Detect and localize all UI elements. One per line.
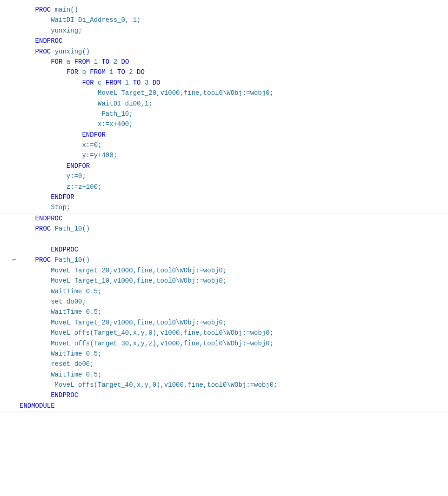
line-content: WaitTime 0.5; [20, 286, 443, 297]
code-line: MoveL Target_10,v1000,fine,tool0\WObj:=w… [0, 276, 448, 286]
line-content: MoveL Target_20,v1000,fine,tool0\WObj:=w… [20, 88, 443, 98]
line-content: MoveL Target_20,v1000,fine,tool0\WObj:=w… [20, 317, 443, 328]
line-content: ENDMODULE [20, 401, 443, 411]
line-content: z:=z+100; [20, 182, 443, 192]
line-content: y:=y+400; [20, 150, 443, 160]
line-content: ENDPROC [20, 390, 443, 400]
code-line: ENDPROC [0, 245, 448, 255]
line-content: WaitDI Di_Address_0, 1; [20, 15, 443, 25]
line-content: WaitDI di00,1; [20, 99, 443, 109]
code-line: set do00; [0, 297, 448, 307]
code-line: ⌐ PROC Path_10() [0, 255, 448, 265]
line-content: x:=0; [20, 140, 443, 150]
line-content: PROC yunxing() [20, 46, 443, 57]
code-line: MoveL Target_20,v1000,fine,tool0\WObj:=w… [0, 88, 448, 98]
code-line: FOR b FROM 1 TO 2 DO [0, 67, 448, 77]
code-line: ENDPROC [0, 390, 448, 400]
line-content: Path_10; [20, 109, 443, 119]
code-line: Path_10; [0, 109, 448, 119]
line-content: FOR b FROM 1 TO 2 DO [20, 67, 443, 77]
line-content: yunxing; [20, 26, 443, 36]
code-line: FOR c FROM 1 TO 3 DO [0, 78, 448, 88]
code-line: WaitTime 0.5; [0, 286, 448, 297]
code-line: PROC main() [0, 5, 448, 15]
line-content: WaitTime 0.5; [20, 307, 443, 317]
code-line: ENDMODULE [0, 401, 448, 411]
code-line: y:=0; [0, 171, 448, 181]
code-line: WaitTime 0.5; [0, 349, 448, 359]
code-line: ENDPROC [0, 36, 448, 46]
line-content: MoveL offs(Target_40,x,y,0),v1000,fine,t… [20, 328, 443, 338]
code-line: WaitDI di00,1; [0, 99, 448, 109]
line-content: ENDPROC [20, 245, 443, 255]
code-line: ENDFOR [0, 130, 448, 140]
code-line: MoveL offs(Target_30,x,y,z),v1000,fine,t… [0, 338, 448, 349]
code-line: PROC Path_10() [0, 224, 448, 234]
code-editor: PROC main() WaitDI Di_Address_0, 1; yunx… [0, 0, 448, 496]
code-line: MoveL Target_20,v1000,fine,tool0\WObj:=w… [0, 265, 448, 276]
line-content: MoveL offs(Target_40,x,y,0),v1000,fine,t… [20, 380, 443, 390]
line-content: PROC main() [20, 5, 443, 15]
code-line: yunxing; [0, 26, 448, 36]
line-content: reset do00; [20, 359, 443, 369]
line-content: MoveL Target_20,v1000,fine,tool0\WObj:=w… [20, 265, 443, 276]
code-line: MoveL offs(Target_40,x,y,0),v1000,fine,t… [0, 328, 448, 338]
code-line: WaitDI Di_Address_0, 1; [0, 15, 448, 25]
code-line: x:=x+400; [0, 119, 448, 129]
code-line: WaitTime 0.5; [0, 307, 448, 317]
line-content: ENDPROC [20, 36, 443, 46]
code-line: ENDFOR [0, 161, 448, 171]
code-line: MoveL Target_20,v1000,fine,tool0\WObj:=w… [0, 317, 448, 328]
code-line: FOR a FROM 1 TO 2 DO [0, 57, 448, 67]
line-content: ENDPROC [20, 213, 443, 224]
code-line: reset do00; [0, 359, 448, 369]
line-content: FOR a FROM 1 TO 2 DO [20, 57, 443, 67]
line-content: ENDFOR [20, 130, 443, 140]
code-line: MoveL offs(Target_40,x,y,0),v1000,fine,t… [0, 380, 448, 390]
code-line: z:=z+100; [0, 182, 448, 192]
line-content: FOR c FROM 1 TO 3 DO [20, 78, 443, 88]
line-content: ENDFOR [20, 161, 443, 171]
line-content: Stop; [20, 202, 443, 212]
code-line: PROC yunxing() [0, 46, 448, 57]
code-line: y:=y+400; [0, 150, 448, 160]
line-gutter: ⌐ [5, 256, 16, 265]
line-content: MoveL Target_10,v1000,fine,tool0\WObj:=w… [20, 276, 443, 286]
line-content: WaitTime 0.5; [20, 349, 443, 359]
line-content: MoveL offs(Target_30,x,y,z),v1000,fine,t… [20, 338, 443, 349]
line-content: PROC Path_10() [20, 255, 443, 265]
line-content: set do00; [20, 297, 443, 307]
line-content: WaitTime 0.5; [20, 370, 443, 380]
code-line [0, 234, 448, 245]
line-content: PROC Path_10() [20, 224, 443, 234]
code-line: WaitTime 0.5; [0, 370, 448, 380]
line-content: y:=0; [20, 171, 443, 181]
code-line: x:=0; [0, 140, 448, 150]
line-content: ENDFOR [20, 192, 443, 202]
code-line: Stop; [0, 202, 448, 212]
code-line: ENDPROC [0, 213, 448, 224]
code-line: ENDFOR [0, 192, 448, 202]
line-content: x:=x+400; [20, 119, 443, 129]
